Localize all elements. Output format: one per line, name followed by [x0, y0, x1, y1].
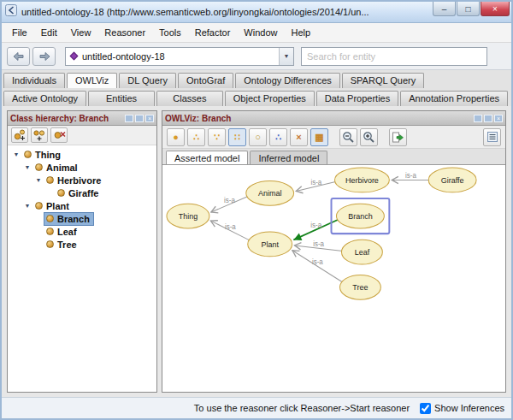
split-panel-icon[interactable]	[484, 115, 492, 122]
tab-object-properties[interactable]: Object Properties	[225, 91, 315, 106]
node-animal[interactable]: Animal	[246, 180, 294, 205]
search-input[interactable]	[301, 47, 487, 66]
status-bar: To use the reasoner click Reasoner->Star…	[2, 397, 511, 418]
class-name: Animal	[46, 163, 78, 173]
main-content: Class hierarchy: Branch × ▼Thing▼Animal▼…	[2, 106, 511, 397]
tab-classes[interactable]: Classes	[156, 91, 223, 106]
add-sibling-class-icon	[32, 128, 46, 142]
class-name: Branch	[57, 214, 90, 224]
delete-class-button[interactable]	[50, 127, 68, 143]
class-entry[interactable]: Tree	[44, 238, 81, 251]
owlviz-header: OWLViz: Branch ×	[162, 111, 505, 126]
class-name: Leaf	[57, 227, 77, 237]
node-herbivore[interactable]: Herbivore	[334, 168, 389, 192]
show-all-classes-button[interactable]: ∷	[228, 128, 246, 146]
owlviz-canvas[interactable]: is-ais-ais-ais-ais-ais-ais-aThingAnimalH…	[162, 165, 505, 392]
show-subclasses-button[interactable]: ∴	[187, 128, 205, 146]
add-subclass-button[interactable]	[11, 127, 28, 143]
tab-inferred-model[interactable]: Inferred model	[250, 151, 327, 164]
class-entry[interactable]: Animal	[32, 161, 82, 175]
hide-class-icon: ○	[255, 133, 261, 142]
tab-ontograf[interactable]: OntoGraf	[178, 73, 233, 88]
tree-item-thing[interactable]: ▼Thing	[8, 148, 156, 161]
collapse-toggle-icon[interactable]: ▼	[22, 203, 32, 209]
tab-entities[interactable]: Entities	[88, 91, 155, 106]
menu-window[interactable]: Window	[237, 25, 284, 40]
tab-data-properties[interactable]: Data Properties	[316, 91, 398, 106]
menu-tools[interactable]: Tools	[152, 25, 188, 40]
hide-all-classes-button[interactable]: ×	[290, 128, 308, 146]
class-name: Herbivore	[57, 175, 101, 186]
radius-view-icon: ▦	[315, 133, 323, 142]
class-entry[interactable]: Leaf	[44, 225, 81, 239]
menu-reasoner[interactable]: Reasoner	[97, 25, 152, 40]
back-button[interactable]	[7, 47, 30, 66]
main-toolbar: untitled-ontology-18 ▼	[2, 43, 511, 70]
hide-class-button[interactable]: ○	[249, 128, 267, 146]
tab-individuals[interactable]: Individuals	[3, 73, 65, 88]
class-entry[interactable]: Branch	[44, 212, 94, 226]
node-giraffe[interactable]: Giraffe	[428, 168, 476, 192]
class-entry[interactable]: Thing	[21, 148, 65, 162]
close-button[interactable]: ×	[481, 2, 510, 16]
zoom-out-button[interactable]	[339, 128, 357, 146]
tab-asserted-model[interactable]: Asserted model	[166, 151, 248, 164]
tab-ontology-differences[interactable]: Ontology Differences	[235, 73, 340, 88]
show-inferences-checkbox[interactable]	[420, 403, 431, 414]
chevron-down-icon[interactable]: ▼	[279, 48, 293, 65]
hide-subclasses-button[interactable]: ∴	[269, 128, 287, 146]
class-icon	[35, 202, 43, 210]
menu-refactor[interactable]: Refactor	[188, 25, 238, 40]
node-thing[interactable]: Thing	[167, 204, 209, 228]
class-icon	[35, 163, 43, 171]
tree-item-branch[interactable]: Branch	[8, 212, 156, 225]
radius-view-button[interactable]: ▦	[310, 128, 328, 146]
tab-annotation-properties[interactable]: Annotation Properties	[400, 91, 508, 106]
class-entry[interactable]: Herbivore	[44, 174, 105, 187]
float-panel-icon[interactable]	[474, 115, 482, 122]
collapse-toggle-icon[interactable]: ▼	[22, 164, 32, 170]
tab-dl-query[interactable]: DL Query	[119, 73, 176, 88]
tree-item-animal[interactable]: ▼Animal	[8, 161, 156, 174]
tree-item-plant[interactable]: ▼Plant	[8, 199, 156, 212]
collapse-toggle-icon[interactable]: ▼	[33, 177, 44, 183]
node-plant[interactable]: Plant	[248, 232, 292, 257]
owlviz-panel: OWLViz: Branch × ●∴∵∷○∴×▦	[162, 110, 506, 393]
titlebar[interactable]: untitled-ontology-18 (http://www.semanti…	[2, 2, 511, 23]
options-button[interactable]	[483, 128, 501, 146]
tab-sparql-query[interactable]: SPARQL Query	[342, 73, 424, 88]
ontology-dropdown[interactable]: untitled-ontology-18 ▼	[65, 47, 294, 66]
split-panel-icon[interactable]	[135, 115, 144, 122]
tree-item-tree[interactable]: Tree	[8, 238, 156, 251]
class-entry[interactable]: Plant	[32, 199, 74, 213]
maximize-button[interactable]: □	[457, 2, 480, 16]
tab-active-ontology[interactable]: Active Ontology	[3, 91, 86, 106]
class-entry[interactable]: Giraffe	[55, 186, 103, 200]
show-inferences[interactable]: Show Inferences	[420, 403, 504, 414]
menu-help[interactable]: Help	[284, 25, 317, 40]
node-branch[interactable]: Branch	[332, 198, 390, 234]
node-tree[interactable]: Tree	[339, 275, 380, 299]
close-panel-icon[interactable]: ×	[494, 115, 503, 122]
add-sibling-class-button[interactable]	[31, 127, 48, 143]
forward-button[interactable]	[32, 47, 56, 66]
minimize-button[interactable]: –	[433, 2, 456, 16]
add-subclass-icon	[13, 128, 27, 142]
tree-item-leaf[interactable]: Leaf	[8, 225, 156, 238]
float-panel-icon[interactable]	[125, 115, 133, 122]
tree-item-giraffe[interactable]: Giraffe	[8, 186, 156, 199]
show-superclasses-button[interactable]: ∵	[208, 128, 226, 146]
tab-owlviz[interactable]: OWLViz	[67, 73, 117, 88]
zoom-in-button[interactable]	[360, 128, 378, 146]
tree-item-herbivore[interactable]: ▼Herbivore	[8, 174, 156, 186]
menu-edit[interactable]: Edit	[34, 25, 64, 40]
menu-file[interactable]: File	[5, 25, 34, 40]
menu-view[interactable]: View	[64, 25, 98, 40]
panel-title: OWLViz: Branch	[165, 114, 472, 123]
collapse-toggle-icon[interactable]: ▼	[11, 151, 21, 157]
show-class-button[interactable]: ●	[167, 128, 185, 146]
close-panel-icon[interactable]: ×	[145, 115, 154, 122]
export-button[interactable]	[389, 128, 407, 146]
owlviz-icon-group: ●∴∵∷○∴×▦	[167, 128, 328, 146]
node-leaf[interactable]: Leaf	[341, 240, 382, 264]
